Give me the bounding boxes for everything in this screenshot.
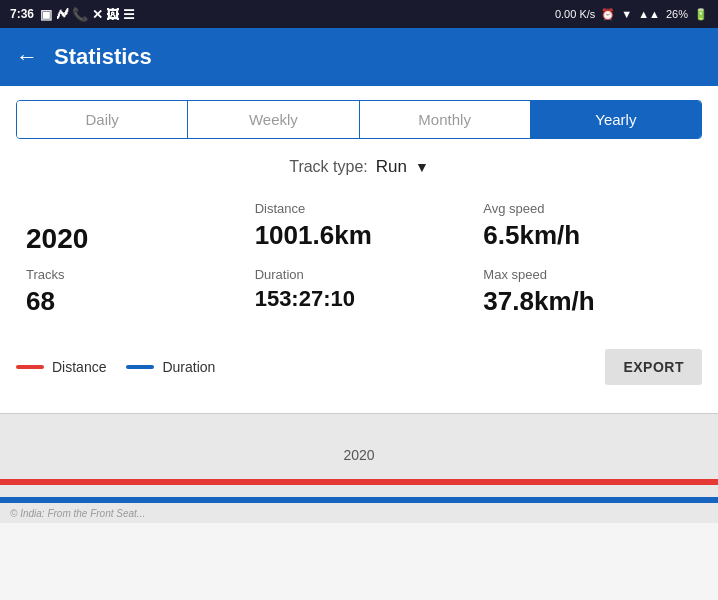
main-content: Daily Weekly Monthly Yearly Track type: … [0,86,718,413]
distance-value: 1001.6km [255,220,464,251]
dropdown-arrow-icon[interactable]: ▼ [415,159,429,175]
duration-legend-label: Duration [162,359,215,375]
track-type-label: Track type: [289,158,368,176]
time-display: 7:36 [10,7,34,21]
status-right: 0.00 K/s ⏰ ▼ ▲▲ 26% 🔋 [555,8,708,21]
status-time: 7:36 ▣ 🗲 📞 ✕ 🖼 ☰ [10,7,135,22]
battery-display: 26% [666,8,688,20]
stats-grid: 2020 Distance 1001.6km Avg speed 6.5km/h… [16,193,702,325]
duration-legend-line [126,365,154,369]
page-title: Statistics [54,44,152,70]
duration-cell: Duration 153:27:10 [245,259,474,325]
year-cell: 2020 [16,193,245,259]
chart-area: 2020 © India: From the Front Seat... [0,413,718,523]
chart-duration-bar [0,497,718,503]
signal-icon: ▲▲ [638,8,660,20]
network-speed: 0.00 K/s [555,8,595,20]
distance-legend-label: Distance [52,359,106,375]
header: ← Statistics [0,28,718,86]
year-value: 2020 [26,223,88,255]
distance-legend-item: Distance [16,359,106,375]
max-speed-value: 37.8km/h [483,286,692,317]
tracks-cell: Tracks 68 [16,259,245,325]
back-button[interactable]: ← [16,44,38,70]
track-type-value: Run [376,157,407,177]
export-button[interactable]: EXPORT [605,349,702,385]
duration-value: 153:27:10 [255,286,464,312]
avg-speed-label: Avg speed [483,201,692,216]
watermark: © India: From the Front Seat... [10,508,145,519]
distance-label: Distance [255,201,464,216]
tab-weekly[interactable]: Weekly [188,101,359,138]
status-icons: ▣ 🗲 📞 ✕ 🖼 ☰ [40,7,135,22]
avg-speed-value: 6.5km/h [483,220,692,251]
chart-legend: Distance Duration [16,359,215,375]
distance-cell: Distance 1001.6km [245,193,474,259]
duration-legend-item: Duration [126,359,215,375]
max-speed-label: Max speed [483,267,692,282]
track-type-row: Track type: Run ▼ [16,157,702,177]
legend-export-row: Distance Duration EXPORT [16,345,702,389]
avg-speed-cell: Avg speed 6.5km/h [473,193,702,259]
chart-distance-bar [0,479,718,485]
alarm-icon: ⏰ [601,8,615,21]
tab-yearly[interactable]: Yearly [531,101,701,138]
status-bar: 7:36 ▣ 🗲 📞 ✕ 🖼 ☰ 0.00 K/s ⏰ ▼ ▲▲ 26% 🔋 [0,0,718,28]
battery-icon: 🔋 [694,8,708,21]
tab-monthly[interactable]: Monthly [360,101,531,138]
distance-legend-line [16,365,44,369]
chart-year-label: 2020 [343,447,374,463]
tracks-value: 68 [26,286,235,317]
period-tabs: Daily Weekly Monthly Yearly [16,100,702,139]
tab-daily[interactable]: Daily [17,101,188,138]
duration-label: Duration [255,267,464,282]
max-speed-cell: Max speed 37.8km/h [473,259,702,325]
tracks-label: Tracks [26,267,235,282]
wifi-icon: ▼ [621,8,632,20]
